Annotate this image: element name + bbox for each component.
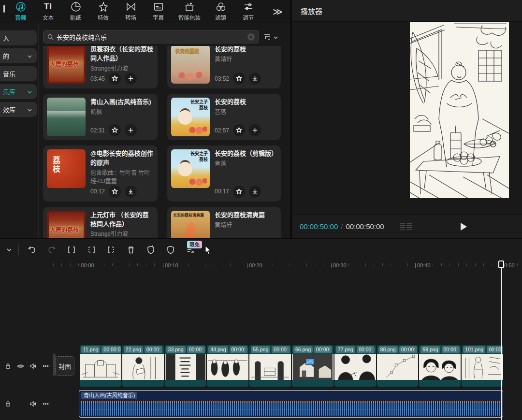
split-button[interactable] [61, 241, 81, 259]
video-clip[interactable]: 44.png00:00: [207, 345, 248, 387]
tab-smart-package[interactable]: 智能包装 [172, 1, 207, 21]
clip-name: 77.png [336, 346, 355, 353]
sidebar-item-recommended[interactable]: 的 [0, 48, 37, 63]
add-button[interactable] [125, 72, 137, 85]
video-clip[interactable]: 101.png00:00 [462, 345, 503, 387]
favorite-button[interactable] [109, 124, 121, 136]
star-icon [236, 188, 242, 195]
tab-captions[interactable]: 字幕 [145, 1, 172, 21]
delete-button[interactable] [121, 241, 141, 259]
music-card[interactable]: 长安之子 荔枝 长安的荔枝 音落 02:57 [167, 94, 281, 140]
split-delete-right-button[interactable] [101, 241, 121, 259]
filter-icon [264, 33, 272, 40]
tab-sticker[interactable]: 贴纸 [62, 1, 89, 21]
clip-name: 22.png [124, 346, 143, 353]
music-card[interactable]: 荔枝 @电影长安的荔枝创作的原声 包含歌曲：竹叶青 竹叶轻-DJ童童 00:12 [43, 145, 158, 201]
more-icon[interactable] [39, 400, 52, 407]
add-button[interactable] [125, 124, 137, 136]
audio-category-sidebar: 入 的 音乐 乐库 效库 [0, 23, 39, 238]
album-art [47, 98, 86, 136]
favorite-button[interactable] [233, 186, 245, 198]
clip-thumbnail [80, 354, 121, 380]
music-card[interactable]: 青山入画(古风纯音乐) 凯枫 02:31 [43, 94, 158, 140]
video-clip[interactable]: 99.png00:00: [419, 345, 461, 387]
track-options-chevron[interactable] [3, 241, 15, 259]
video-clip[interactable]: 55.png00:00: [249, 345, 291, 387]
ruler-ticks [53, 263, 522, 266]
audio-clip[interactable]: 青山入画(古风纯音乐) [79, 390, 503, 418]
tab-filters[interactable]: 滤镜 [207, 1, 234, 21]
plus-icon [128, 75, 134, 82]
sidebar-item-music-library[interactable]: 乐库 [0, 84, 37, 99]
clip-thumbnail [122, 354, 164, 380]
sidebar-item-sound-effects[interactable]: 效库 [0, 102, 37, 117]
preview-quality-icon[interactable] [400, 223, 412, 230]
video-clip[interactable]: 88.png00:00: [377, 345, 419, 387]
add-button[interactable] [249, 124, 261, 136]
cover-button[interactable]: 封面 [55, 356, 74, 376]
asset-type-toolbar: 音频 TI 文本 贴纸 特效 转场 字幕 [0, 0, 290, 23]
download-button[interactable] [249, 186, 261, 198]
favorite-button[interactable] [233, 72, 245, 85]
media-library-pane: 音频 TI 文本 贴纸 特效 转场 字幕 [0, 0, 290, 238]
player-pane: 播放器 [290, 0, 522, 238]
clip-name: 11.png [81, 346, 100, 353]
speaker-icon[interactable] [27, 400, 40, 407]
song-duration: 03:52 [215, 75, 229, 82]
tab-text[interactable]: TI 文本 [34, 1, 62, 21]
speaker-icon[interactable] [27, 362, 40, 370]
tab-transitions[interactable]: 转场 [117, 1, 145, 21]
music-card[interactable]: 长安之子 荔枝 长安的荔枝（剪辑版） 音落 00:17 [167, 145, 281, 201]
preview-illustration [410, 22, 509, 198]
tab-adjust[interactable]: 调节 [234, 1, 262, 21]
video-clip[interactable]: 77.png00:00: [334, 345, 376, 387]
video-clip[interactable]: 11.png00:00:0 [80, 345, 121, 387]
tab-effects[interactable]: 特效 [89, 1, 117, 21]
video-clip[interactable]: 66.png00:00: [292, 345, 334, 387]
music-card[interactable]: 大唐的荔枝 上元灯市 （长安的荔枝同人作品） Strange引力波 [43, 207, 158, 238]
player-title: 播放器 [292, 0, 522, 22]
timeline-toolbar [0, 239, 522, 261]
clip-thumbnail [377, 354, 419, 380]
play-button[interactable] [457, 221, 469, 232]
download-icon [252, 75, 258, 82]
song-artist: 包含歌曲：竹叶青 竹叶轻-DJ童童 [90, 169, 154, 186]
lock-icon[interactable] [2, 400, 14, 407]
song-artist: 音落 [215, 108, 277, 116]
lock-icon[interactable] [2, 362, 14, 370]
favorite-button[interactable] [233, 124, 245, 136]
clear-search-icon[interactable]: ✕ [247, 33, 255, 41]
download-button[interactable] [125, 186, 137, 198]
tab-audio[interactable]: 音频 [7, 1, 34, 21]
more-icon[interactable] [39, 362, 52, 370]
music-card[interactable]: 长安的荔枝清爽篇 长安的荔枝清爽篇 黄靖轩 [167, 207, 281, 238]
video-clip[interactable]: 33.png00:00: [165, 345, 206, 387]
sidebar-item-import[interactable]: 入 [0, 30, 37, 45]
plus-icon [128, 127, 134, 133]
music-card[interactable]: 大唐的荔枝 觅裳羽衣（长安的荔枝同人作品） Strange引力波 03:45 [43, 46, 158, 88]
star-icon [236, 127, 242, 133]
sidebar-item-music[interactable]: 音乐 [0, 66, 37, 81]
split-delete-left-button[interactable] [81, 241, 101, 259]
clip-duration: 00:00: [187, 346, 205, 353]
undo-button[interactable] [22, 241, 42, 259]
filter-button[interactable] [264, 32, 278, 41]
smart-package-icon [184, 1, 195, 12]
toolbar-expand-button[interactable]: ≫ [273, 6, 282, 17]
favorite-button[interactable] [109, 186, 121, 198]
download-button[interactable] [249, 72, 261, 85]
album-art: 长安之子 荔枝 [171, 98, 210, 136]
effects-star-icon [98, 1, 109, 12]
video-preview-frame[interactable] [410, 22, 509, 198]
smart-mask-button[interactable] [141, 241, 160, 259]
redo-button[interactable] [42, 241, 61, 259]
toolbar-item-partial[interactable] [0, 2, 7, 21]
mask-button[interactable] [160, 241, 180, 259]
timeline-ruler[interactable]: 00:00 00:10 00:20 00:30 00:40 00:50 [0, 262, 522, 272]
music-card[interactable]: 长安的荔枝 长安的荔枝 黄靖轩 03:52 [167, 46, 281, 88]
favorite-button[interactable] [109, 72, 121, 85]
limited-free-badge: 限免 [187, 241, 202, 248]
search-input[interactable]: 长安的荔枝纯音乐 ✕ [43, 30, 259, 43]
video-clip[interactable]: 22.png00:00: [122, 345, 164, 387]
eye-icon[interactable] [14, 362, 27, 370]
